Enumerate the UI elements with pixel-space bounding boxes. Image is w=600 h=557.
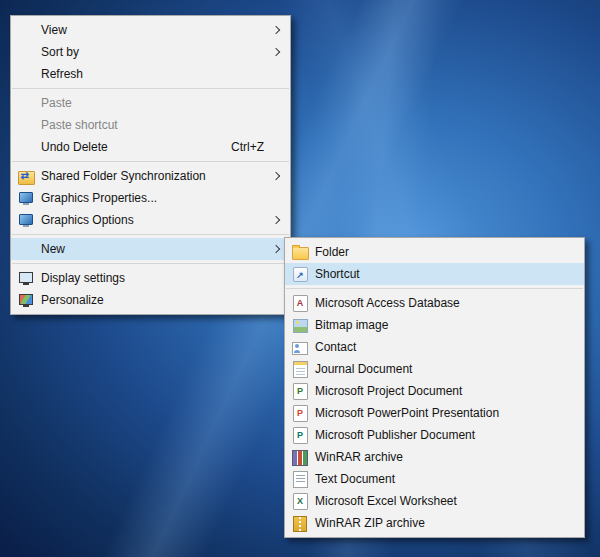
shared-folder-sync-icon (18, 171, 35, 185)
menu-item-refresh[interactable]: Refresh (11, 63, 290, 85)
menu-item-label: Undo Delete (41, 140, 231, 154)
icon-slot (11, 22, 41, 38)
submenu-item-shortcut[interactable]: Shortcut (285, 263, 584, 285)
submenu-item-contact[interactable]: Contact (285, 336, 584, 358)
winrar-icon (292, 450, 308, 466)
submenu-item-winrar-zip-archive[interactable]: WinRAR ZIP archive (285, 512, 584, 534)
menu-separator (12, 88, 289, 89)
icon-slot (285, 515, 315, 531)
menu-item-label: Microsoft Project Document (315, 384, 578, 398)
icon-letter: P (297, 387, 303, 396)
menu-separator (12, 263, 289, 264)
personalize-icon (18, 292, 34, 308)
submenu-item-excel-worksheet[interactable]: X Microsoft Excel Worksheet (285, 490, 584, 512)
icon-slot (11, 95, 41, 111)
project-icon: P (293, 383, 308, 400)
menu-item-new[interactable]: New (11, 238, 290, 260)
icon-slot: P (285, 405, 315, 421)
context-menu: View Sort by Refresh Paste Paste shortcu… (10, 15, 291, 315)
menu-item-label: Shared Folder Synchronization (41, 169, 265, 183)
icon-slot (11, 44, 41, 60)
menu-item-label: Sort by (41, 45, 265, 59)
icon-slot (285, 449, 315, 465)
journal-icon (293, 361, 308, 378)
submenu-arrow-icon (272, 26, 280, 34)
menu-separator (286, 288, 583, 289)
menu-item-label: Personalize (41, 293, 284, 307)
icon-slot: P (285, 427, 315, 443)
menu-item-label: Folder (315, 245, 578, 259)
powerpoint-icon: P (293, 405, 308, 422)
new-submenu: Folder Shortcut A Microsoft Access Datab… (284, 237, 585, 538)
icon-slot (11, 270, 41, 286)
icon-slot: X (285, 493, 315, 509)
submenu-arrow-icon (272, 245, 280, 253)
menu-item-label: Paste (41, 96, 284, 110)
menu-item-sort-by[interactable]: Sort by (11, 41, 290, 63)
submenu-arrow-icon (272, 48, 280, 56)
icon-letter: A (297, 299, 304, 308)
menu-item-personalize[interactable]: Personalize (11, 289, 290, 311)
keyboard-shortcut-label: Ctrl+Z (231, 140, 264, 154)
submenu-item-folder[interactable]: Folder (285, 241, 584, 263)
menu-item-label: Display settings (41, 271, 284, 285)
publisher-icon: P (293, 427, 308, 444)
icon-slot (285, 317, 315, 333)
menu-item-graphics-options[interactable]: Graphics Options (11, 209, 290, 231)
icon-letter: P (297, 409, 303, 418)
access-database-icon: A (293, 295, 308, 312)
icon-slot (11, 139, 41, 155)
menu-item-shared-folder-synchronization[interactable]: Shared Folder Synchronization (11, 165, 290, 187)
menu-item-label: Paste shortcut (41, 118, 284, 132)
menu-separator (12, 234, 289, 235)
submenu-item-bitmap-image[interactable]: Bitmap image (285, 314, 584, 336)
bitmap-image-icon (293, 319, 308, 333)
icon-slot (285, 471, 315, 487)
menu-item-label: Graphics Options (41, 213, 265, 227)
graphics-options-icon (18, 212, 34, 228)
submenu-arrow-icon (272, 172, 280, 180)
desktop[interactable]: View Sort by Refresh Paste Paste shortcu… (0, 0, 600, 557)
menu-item-label: WinRAR ZIP archive (315, 516, 578, 530)
text-document-icon (293, 471, 308, 488)
submenu-item-powerpoint-presentation[interactable]: P Microsoft PowerPoint Presentation (285, 402, 584, 424)
menu-item-label: Bitmap image (315, 318, 578, 332)
icon-slot (11, 212, 41, 228)
submenu-arrow-icon (272, 216, 280, 224)
icon-slot (285, 266, 315, 282)
menu-item-label: Graphics Properties... (41, 191, 284, 205)
menu-item-label: Microsoft Publisher Document (315, 428, 578, 442)
menu-item-label: Text Document (315, 472, 578, 486)
folder-icon (292, 247, 309, 260)
submenu-item-publisher-document[interactable]: P Microsoft Publisher Document (285, 424, 584, 446)
icon-slot (11, 292, 41, 308)
winrar-zip-icon (293, 516, 307, 532)
menu-item-paste-shortcut: Paste shortcut (11, 114, 290, 136)
menu-separator (12, 161, 289, 162)
icon-slot (11, 241, 41, 257)
menu-item-label: Microsoft Access Database (315, 296, 578, 310)
submenu-item-project-document[interactable]: P Microsoft Project Document (285, 380, 584, 402)
icon-slot (285, 361, 315, 377)
excel-icon: X (293, 493, 308, 510)
menu-item-graphics-properties[interactable]: Graphics Properties... (11, 187, 290, 209)
icon-letter: P (297, 431, 303, 440)
menu-item-paste: Paste (11, 92, 290, 114)
display-settings-icon (18, 270, 34, 286)
submenu-item-access-database[interactable]: A Microsoft Access Database (285, 292, 584, 314)
menu-item-undo-delete[interactable]: Undo Delete Ctrl+Z (11, 136, 290, 158)
icon-slot (11, 168, 41, 184)
submenu-item-text-document[interactable]: Text Document (285, 468, 584, 490)
menu-item-label: Shortcut (315, 267, 578, 281)
icon-slot: P (285, 383, 315, 399)
icon-slot: A (285, 295, 315, 311)
submenu-item-journal-document[interactable]: Journal Document (285, 358, 584, 380)
icon-slot (285, 339, 315, 355)
menu-item-view[interactable]: View (11, 19, 290, 41)
submenu-item-winrar-archive[interactable]: WinRAR archive (285, 446, 584, 468)
graphics-properties-icon (18, 190, 34, 206)
menu-item-label: Microsoft Excel Worksheet (315, 494, 578, 508)
menu-item-label: WinRAR archive (315, 450, 578, 464)
icon-slot (285, 244, 315, 260)
menu-item-display-settings[interactable]: Display settings (11, 267, 290, 289)
